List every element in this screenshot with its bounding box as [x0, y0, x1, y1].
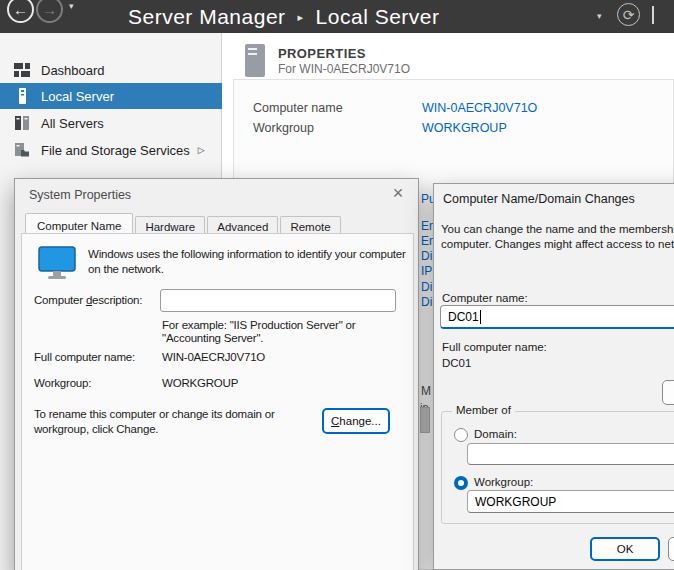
- close-icon: ×: [393, 183, 404, 204]
- notifications-flag-icon[interactable]: [652, 6, 654, 24]
- dashboard-icon: [14, 62, 30, 78]
- sidebar-item-all-servers[interactable]: All Servers: [0, 110, 222, 136]
- change-button[interactable]: Change...: [322, 408, 390, 434]
- expand-right-icon[interactable]: ▷: [198, 145, 205, 155]
- computer-name-input[interactable]: DC01: [440, 305, 674, 329]
- close-button[interactable]: ×: [386, 181, 410, 205]
- breadcrumb: Server Manager ▸ Local Server: [128, 0, 440, 33]
- cancel-button[interactable]: [668, 537, 674, 561]
- intro-text-line1: Windows uses the following information t…: [88, 248, 406, 260]
- forward-icon: →: [42, 1, 57, 18]
- hidden-property-value: Di: [421, 295, 433, 309]
- rename-hint-line1: To rename this computer or change its do…: [34, 408, 275, 420]
- property-label: Computer name: [253, 101, 343, 115]
- workgroup-radio-label[interactable]: Workgroup:: [474, 476, 533, 488]
- hidden-property-value: En: [421, 219, 433, 233]
- back-button[interactable]: ←: [7, 0, 34, 23]
- full-computer-name-value: WIN-0AECRJ0V71O: [162, 351, 265, 363]
- scrollbar-thumb[interactable]: [420, 407, 430, 433]
- ok-button-label: OK: [617, 543, 634, 555]
- dialog-title: Computer Name/Domain Changes: [443, 192, 635, 206]
- breadcrumb-page-title: Local Server: [316, 5, 440, 29]
- nav-history-caret-icon[interactable]: ▾: [69, 1, 74, 11]
- breadcrumb-separator-icon: ▸: [298, 11, 304, 24]
- sidebar-item-local-server[interactable]: Local Server: [0, 83, 222, 109]
- example-text-line1: For example: "IIS Production Server" or: [162, 319, 355, 331]
- domain-radio-label[interactable]: Domain:: [474, 428, 517, 440]
- sidebar-item-label: File and Storage Services: [41, 143, 190, 158]
- toolbar-caret-icon[interactable]: ▾: [597, 11, 602, 21]
- sidebar-item-label: Local Server: [41, 89, 114, 104]
- file-storage-services-icon: [14, 142, 30, 158]
- workgroup-label: Workgroup:: [34, 377, 91, 389]
- change-button-label: Change...: [331, 415, 381, 427]
- workgroup-input[interactable]: WORKGROUP: [467, 490, 674, 513]
- properties-section-title: PROPERTIES: [278, 46, 366, 61]
- breadcrumb-app-title[interactable]: Server Manager: [128, 5, 286, 29]
- workgroup-value: WORKGROUP: [475, 495, 556, 509]
- body-text-line2: computer. Changes might affect access to…: [441, 238, 674, 250]
- ok-button[interactable]: OK: [590, 537, 660, 561]
- member-of-label: Member of: [452, 404, 515, 416]
- computer-name-value: DC01: [448, 310, 479, 324]
- workgroup-radio[interactable]: [454, 476, 468, 490]
- forward-button[interactable]: →: [36, 0, 63, 23]
- property-label: Workgroup: [253, 121, 314, 135]
- computer-name-domain-changes-dialog: Computer Name/Domain Changes You can cha…: [433, 183, 674, 570]
- workgroup-value: WORKGROUP: [162, 377, 238, 389]
- computer-description-input[interactable]: [160, 289, 396, 312]
- full-computer-name-label: Full computer name:: [34, 351, 135, 363]
- full-computer-name-value: DC01: [442, 357, 471, 369]
- refresh-button[interactable]: ⟳: [617, 3, 640, 26]
- all-servers-icon: [14, 115, 30, 131]
- property-value-link[interactable]: WIN-0AECRJ0V71O: [422, 101, 537, 115]
- sidebar-item-label: Dashboard: [41, 63, 105, 78]
- local-server-icon: [14, 88, 30, 104]
- hidden-property-value: En: [421, 234, 433, 248]
- refresh-icon: ⟳: [623, 7, 635, 23]
- computer-description-label: Computer description:: [34, 294, 142, 306]
- computer-name-tab-page: Windows uses the following information t…: [21, 233, 414, 570]
- hidden-property-value: IP: [421, 264, 433, 278]
- body-text-line1: You can change the name and the membersh…: [441, 223, 674, 235]
- title-bar: ← → ▾ Server Manager ▸ Local Server ▾ ⟳: [0, 0, 674, 33]
- dialog-title: System Properties: [29, 188, 131, 202]
- domain-radio[interactable]: [454, 428, 468, 442]
- system-properties-dialog: System Properties × Computer Name Hardwa…: [14, 178, 419, 570]
- sidebar-item-file-storage-services[interactable]: File and Storage Services ▷: [0, 137, 222, 163]
- domain-input[interactable]: [467, 443, 674, 465]
- intro-text-line2: on the network.: [88, 263, 164, 275]
- monitor-icon: [38, 246, 76, 280]
- full-computer-name-label: Full computer name:: [442, 341, 547, 353]
- sidebar-item-dashboard[interactable]: Dashboard: [0, 57, 222, 83]
- hidden-text: M: [421, 384, 433, 398]
- example-text-line2: "Accounting Server".: [162, 332, 263, 344]
- property-value-link[interactable]: WORKGROUP: [422, 121, 507, 135]
- server-icon: [244, 44, 266, 77]
- properties-section-subtitle: For WIN-0AECRJ0V71O: [278, 62, 410, 76]
- computer-name-label: Computer name:: [442, 292, 528, 304]
- more-button[interactable]: [662, 380, 674, 405]
- server-manager-window: ← → ▾ Server Manager ▸ Local Server ▾ ⟳ …: [0, 0, 674, 570]
- hidden-property-value: Pu: [421, 192, 433, 206]
- hidden-property-value: Di: [421, 280, 433, 294]
- text-caret: [480, 310, 481, 324]
- back-icon: ←: [13, 1, 28, 18]
- sidebar-item-label: All Servers: [41, 116, 104, 131]
- hidden-property-value: Di: [421, 249, 433, 263]
- rename-hint-line2: workgroup, click Change.: [34, 423, 158, 435]
